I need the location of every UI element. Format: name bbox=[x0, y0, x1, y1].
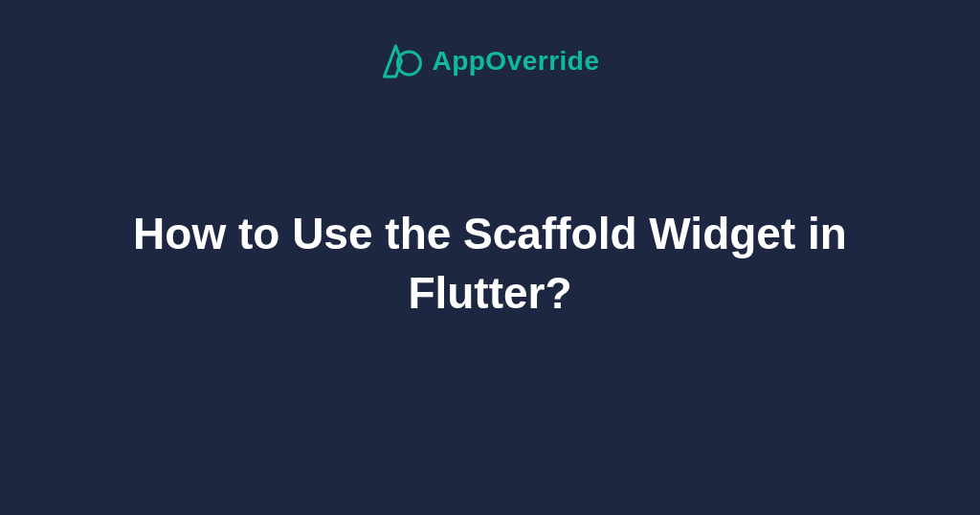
logo-text: AppOverride bbox=[432, 46, 599, 77]
brand-logo: AppOverride bbox=[380, 40, 599, 82]
logo-icon bbox=[380, 40, 422, 82]
page-title: How to Use the Scaffold Widget in Flutte… bbox=[98, 204, 881, 323]
